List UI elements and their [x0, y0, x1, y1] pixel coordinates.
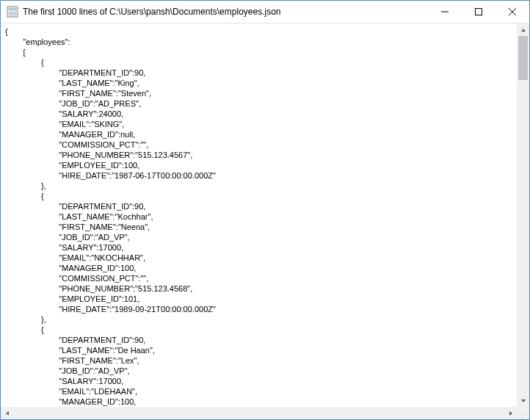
- window-controls: [428, 1, 529, 23]
- scroll-up-arrow[interactable]: [517, 23, 529, 36]
- app-icon: [7, 6, 18, 18]
- scroll-right-arrow[interactable]: [504, 407, 517, 419]
- maximize-button[interactable]: [462, 1, 495, 23]
- resize-grip-icon: ⋰: [521, 413, 528, 418]
- svg-rect-2: [9, 12, 16, 15]
- text-wrap: { "employees": [ { "DEPARTMENT_ID":90, "…: [1, 23, 529, 419]
- app-window: The first 1000 lines of C:\Users\pansh\D…: [0, 0, 530, 420]
- svg-rect-1: [9, 8, 16, 10]
- vertical-scroll-thumb[interactable]: [518, 36, 528, 80]
- title-bar[interactable]: The first 1000 lines of C:\Users\pansh\D…: [1, 1, 529, 23]
- svg-rect-4: [476, 9, 482, 15]
- svg-marker-7: [521, 29, 526, 32]
- scroll-down-arrow[interactable]: [517, 394, 529, 407]
- resize-grip[interactable]: ⋰: [517, 407, 529, 419]
- close-button[interactable]: [495, 1, 529, 23]
- file-text-view[interactable]: { "employees": [ { "DEPARTMENT_ID":90, "…: [1, 23, 517, 407]
- svg-marker-8: [521, 399, 526, 402]
- horizontal-scrollbar[interactable]: [1, 407, 517, 419]
- svg-marker-9: [6, 411, 9, 416]
- content-area: { "employees": [ { "DEPARTMENT_ID":90, "…: [1, 23, 529, 419]
- scroll-left-arrow[interactable]: [1, 407, 13, 419]
- minimize-button[interactable]: [428, 1, 462, 23]
- window-title: The first 1000 lines of C:\Users\pansh\D…: [23, 7, 428, 17]
- svg-marker-10: [509, 411, 512, 416]
- vertical-scrollbar[interactable]: [517, 23, 529, 407]
